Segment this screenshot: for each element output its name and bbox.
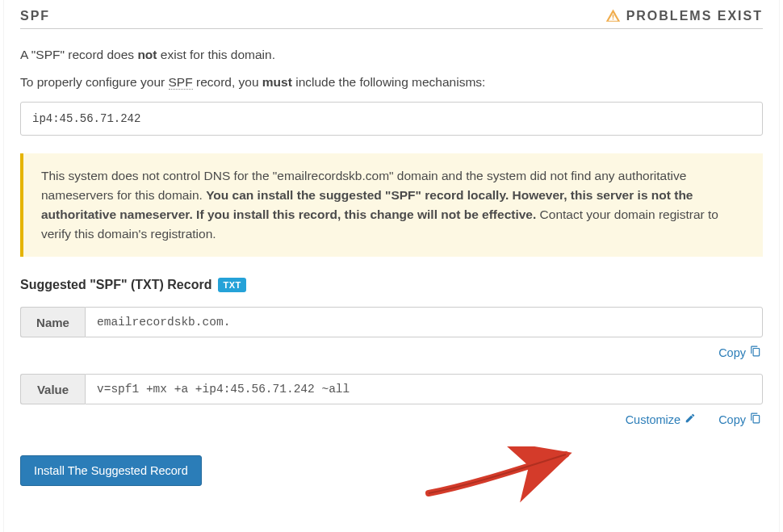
customize-link[interactable]: Customize: [626, 413, 697, 426]
pencil-icon: [685, 413, 696, 426]
value-label: Value: [20, 374, 85, 404]
copy-icon: [750, 413, 761, 426]
mechanisms-code: ip4:45.56.71.242: [20, 102, 763, 136]
name-field-row: Name: [20, 307, 763, 337]
name-input[interactable]: [85, 307, 763, 337]
dns-warning-alert: This system does not control DNS for the…: [20, 153, 763, 257]
copy-name-link[interactable]: Copy: [718, 346, 761, 359]
value-input[interactable]: [85, 374, 763, 404]
section-title: SPF: [20, 9, 50, 23]
copy-value-link[interactable]: Copy: [718, 413, 761, 426]
section-header: SPF PROBLEMS EXIST: [20, 0, 763, 29]
copy-icon: [750, 346, 761, 359]
annotation-arrow: [422, 446, 584, 503]
value-field-row: Value: [20, 374, 763, 404]
intro-line-2: To properly configure your SPF record, y…: [20, 73, 763, 92]
name-label: Name: [20, 307, 85, 337]
intro-line-1: A "SPF" record does not exist for this d…: [20, 45, 763, 65]
status-badge: PROBLEMS EXIST: [605, 8, 763, 23]
warning-icon: [605, 8, 621, 23]
status-text: PROBLEMS EXIST: [626, 9, 763, 23]
txt-badge: TXT: [218, 278, 245, 292]
install-suggested-record-button[interactable]: Install The Suggested Record: [20, 455, 202, 486]
suggested-record-heading: Suggested "SPF" (TXT) Record TXT: [20, 278, 763, 292]
spf-abbr: SPF: [169, 75, 193, 90]
